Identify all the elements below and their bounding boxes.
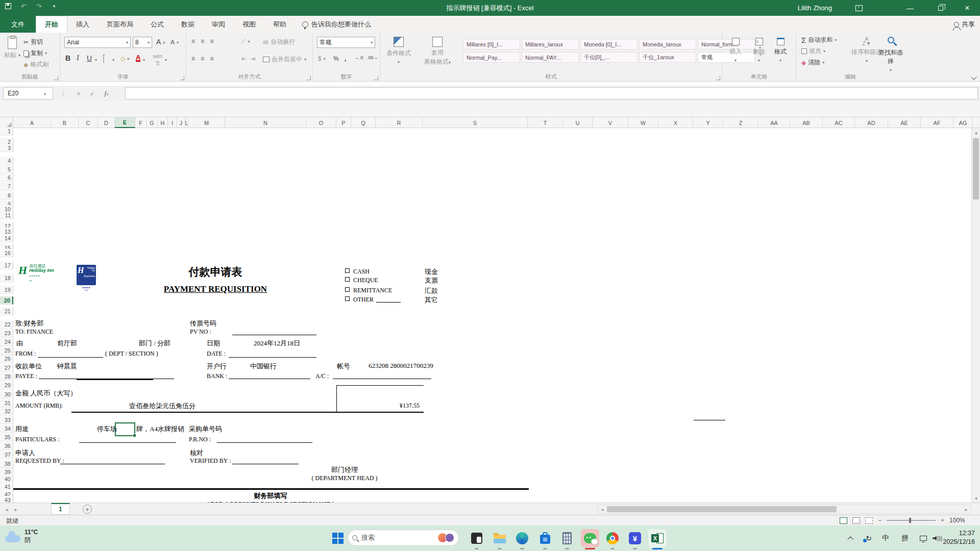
row-header-26[interactable]: 26	[0, 355, 13, 363]
page-break-view-icon[interactable]	[865, 517, 873, 524]
row-header-17[interactable]: 17	[0, 261, 13, 269]
scroll-up-icon[interactable]: ▴	[972, 128, 980, 137]
sheet-grid[interactable]: 1234567891011121314151617181920212223242…	[0, 128, 971, 503]
hscroll-left-icon[interactable]: ◂	[598, 505, 607, 513]
tray-show-hidden-icon[interactable]	[848, 525, 852, 551]
hscroll-right-icon[interactable]: ▸	[962, 505, 971, 513]
column-header-AA[interactable]: AA	[758, 117, 790, 128]
comma-button[interactable]: ,	[345, 55, 346, 62]
percent-button[interactable]: %	[333, 55, 339, 62]
tab-帮助[interactable]: 帮助	[264, 16, 295, 33]
tell-me-box[interactable]: 告诉我你想要做什么	[295, 16, 378, 33]
share-button[interactable]: 共享	[954, 16, 975, 33]
conditional-formatting-button[interactable]: 条件格式▾	[386, 37, 411, 64]
tray-sync-icon[interactable]: ↻	[866, 525, 872, 551]
format-painter-button[interactable]: ◆格式刷	[23, 60, 48, 69]
account-user[interactable]: Lilith Zhong	[798, 0, 832, 16]
clipboard-dialog-launcher[interactable]	[54, 76, 58, 80]
clear-button[interactable]: ◆清除▾	[801, 58, 824, 67]
orientation-button[interactable]: ⟋▾	[241, 38, 250, 45]
accounting-format-button[interactable]: $▾	[318, 55, 326, 62]
row-header-25[interactable]: 25	[0, 346, 13, 355]
checkbox-cash[interactable]	[345, 268, 350, 273]
phonetic-button[interactable]: wén文	[153, 54, 162, 65]
start-button[interactable]	[329, 529, 347, 547]
sheet-tab-1[interactable]: 1	[51, 503, 70, 515]
volume-icon[interactable]: )))	[933, 525, 942, 551]
column-header-Z[interactable]: Z	[723, 117, 758, 128]
chrome-app-icon[interactable]	[603, 529, 622, 547]
row-header-29[interactable]: 29	[0, 381, 13, 389]
tab-公式[interactable]: 公式	[142, 16, 173, 33]
row-header-4[interactable]: 4	[0, 157, 13, 165]
row-header-6[interactable]: 6	[0, 173, 13, 182]
tab-审阅[interactable]: 审阅	[203, 16, 234, 33]
row-header-41[interactable]: 41	[0, 483, 13, 491]
row-header-11[interactable]: 11	[0, 211, 13, 219]
name-box-arrow[interactable]: ▾	[44, 92, 46, 96]
column-header-E[interactable]: E	[115, 117, 135, 128]
column-header-W[interactable]: W	[628, 117, 658, 128]
normal-view-icon[interactable]	[840, 517, 847, 524]
font-color-button[interactable]: A	[136, 55, 140, 62]
borders-button[interactable]	[103, 55, 104, 62]
styles-dialog-launcher[interactable]	[716, 76, 720, 80]
ime-pinyin-icon[interactable]: 拼	[901, 525, 909, 551]
row-header-8[interactable]: 8	[0, 191, 13, 199]
column-header-AF[interactable]: AF	[921, 117, 953, 128]
row-header-32[interactable]: 32	[0, 407, 13, 415]
row-header-20[interactable]: 20	[0, 296, 13, 305]
formula-bar-splitter[interactable]: ⋮	[60, 90, 66, 97]
increase-font-icon[interactable]: A▴	[156, 38, 165, 46]
page-layout-view-icon[interactable]	[852, 517, 860, 524]
row-header-33[interactable]: 33	[0, 416, 13, 424]
increase-decimal-button[interactable]: ←.0	[355, 55, 363, 60]
column-header-P[interactable]: P	[336, 117, 351, 128]
sheet-nav-left-icon[interactable]: ◂	[2, 503, 11, 515]
minimize-button[interactable]: —	[901, 0, 919, 16]
cell-style-千位[0]_...[interactable]: 千位[0]_...	[580, 52, 638, 63]
row-header-35[interactable]: 35	[0, 433, 13, 441]
tab-开始[interactable]: 开始	[36, 16, 67, 33]
payment-app-app-icon[interactable]: ¥	[626, 529, 644, 547]
column-header-Y[interactable]: Y	[693, 117, 723, 128]
clock-widget[interactable]: 12:37 2025/12/16	[943, 529, 975, 546]
row-header-24[interactable]: 24	[0, 338, 13, 346]
row-header-23[interactable]: 23	[0, 329, 13, 337]
column-header-AC[interactable]: AC	[823, 117, 855, 128]
select-all-corner[interactable]	[0, 117, 13, 128]
column-header-T[interactable]: T	[528, 117, 563, 128]
column-header-X[interactable]: X	[658, 117, 693, 128]
tab-插入[interactable]: 插入	[67, 16, 98, 33]
zoom-in-icon[interactable]: +	[941, 517, 944, 524]
row-header-28[interactable]: 28	[0, 372, 13, 381]
cell-style-Moneda [0]_I...[interactable]: Moneda [0]_I...	[580, 39, 638, 49]
ribbon-display-options-button[interactable]	[850, 0, 868, 16]
new-sheet-button[interactable]: +	[83, 505, 92, 514]
cell-style-Millares [0]_I...[interactable]: Millares [0]_I...	[463, 39, 520, 49]
column-header-AG[interactable]: AG	[953, 117, 973, 128]
row-header-22[interactable]: 22	[0, 320, 13, 329]
zoom-out-icon[interactable]: −	[878, 517, 881, 524]
cut-button[interactable]: ✂剪切	[23, 38, 43, 46]
checkbox-remittance[interactable]	[345, 287, 350, 292]
row-header-19[interactable]: 19	[0, 286, 13, 294]
restore-button[interactable]	[932, 0, 949, 16]
column-header-U[interactable]: U	[563, 117, 593, 128]
formula-input[interactable]	[125, 87, 978, 99]
delete-cells-button[interactable]: ×删除▾	[753, 38, 765, 63]
store-app-icon[interactable]: ⊞	[536, 529, 554, 547]
column-header-S[interactable]: S	[423, 117, 528, 128]
column-header-I[interactable]: I	[168, 117, 177, 128]
column-header-H[interactable]: H	[158, 117, 168, 128]
row-header-34[interactable]: 34	[0, 424, 13, 433]
horizontal-scroll-thumb[interactable]	[607, 506, 837, 512]
underline-arrow[interactable]: ▾	[95, 58, 97, 62]
row-header-18[interactable]: 18	[0, 274, 13, 282]
vertical-align-icons[interactable]: ≡ ≡ ≡	[191, 38, 216, 45]
paste-button[interactable]: 粘贴▾	[4, 37, 20, 60]
fill-button[interactable]: ↓填充▾	[801, 47, 825, 56]
collapse-ribbon-icon[interactable]	[972, 75, 976, 79]
tab-页面布局[interactable]: 页面布局	[98, 16, 142, 33]
decrease-font-icon[interactable]: A▾	[170, 39, 179, 46]
